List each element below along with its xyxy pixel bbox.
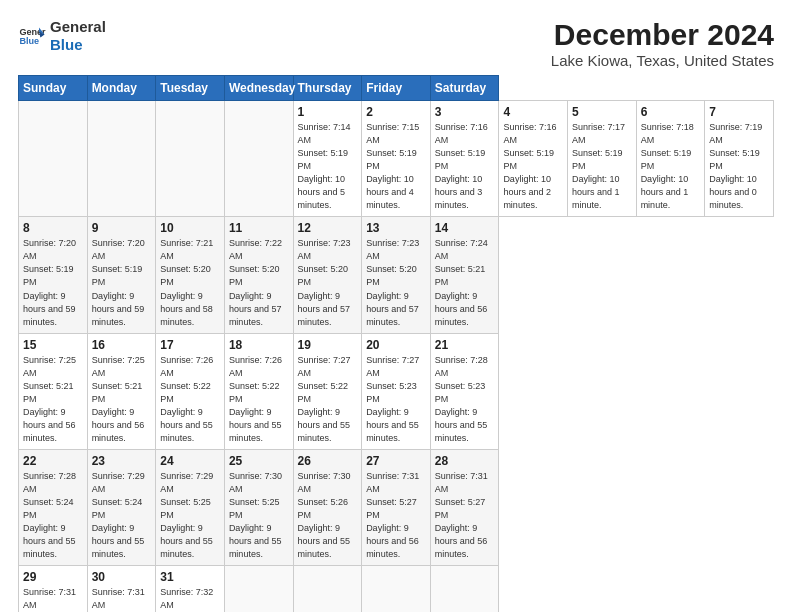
day-number: 3: [435, 105, 495, 119]
day-detail: Sunrise: 7:25 AM Sunset: 5:21 PM Dayligh…: [23, 354, 83, 445]
calendar-cell-w1-d2: 10 Sunrise: 7:21 AM Sunset: 5:20 PM Dayl…: [156, 217, 225, 333]
day-number: 18: [229, 338, 289, 352]
day-detail: Sunrise: 7:28 AM Sunset: 5:23 PM Dayligh…: [435, 354, 495, 445]
col-saturday: Saturday: [430, 76, 499, 101]
calendar-cell-w1-d6: 14 Sunrise: 7:24 AM Sunset: 5:21 PM Dayl…: [430, 217, 499, 333]
day-number: 19: [298, 338, 358, 352]
title-block: December 2024 Lake Kiowa, Texas, United …: [551, 18, 774, 69]
week-row-2: 15 Sunrise: 7:25 AM Sunset: 5:21 PM Dayl…: [19, 333, 774, 449]
header: General Blue General Blue December 2024 …: [18, 18, 774, 69]
col-tuesday: Tuesday: [156, 76, 225, 101]
calendar-header-row: Sunday Monday Tuesday Wednesday Thursday…: [19, 76, 774, 101]
calendar-cell-w2-d0: 15 Sunrise: 7:25 AM Sunset: 5:21 PM Dayl…: [19, 333, 88, 449]
day-number: 21: [435, 338, 495, 352]
day-number: 6: [641, 105, 701, 119]
logo-text-general: General: [50, 18, 106, 36]
day-number: 22: [23, 454, 83, 468]
week-row-4: 29 Sunrise: 7:31 AM Sunset: 5:28 PM Dayl…: [19, 566, 774, 612]
day-number: 4: [503, 105, 563, 119]
day-number: 16: [92, 338, 152, 352]
calendar-cell-w4-d3: [224, 566, 293, 612]
day-number: 30: [92, 570, 152, 584]
calendar-cell-w3-d6: 28 Sunrise: 7:31 AM Sunset: 5:27 PM Dayl…: [430, 449, 499, 565]
day-detail: Sunrise: 7:32 AM Sunset: 5:29 PM Dayligh…: [160, 586, 220, 612]
calendar-cell-w3-d5: 27 Sunrise: 7:31 AM Sunset: 5:27 PM Dayl…: [362, 449, 431, 565]
calendar-cell-w2-d5: 20 Sunrise: 7:27 AM Sunset: 5:23 PM Dayl…: [362, 333, 431, 449]
calendar-cell-w4-d4: [293, 566, 362, 612]
week-row-3: 22 Sunrise: 7:28 AM Sunset: 5:24 PM Dayl…: [19, 449, 774, 565]
day-detail: Sunrise: 7:26 AM Sunset: 5:22 PM Dayligh…: [229, 354, 289, 445]
day-detail: Sunrise: 7:29 AM Sunset: 5:25 PM Dayligh…: [160, 470, 220, 561]
calendar-cell-w4-d6: [430, 566, 499, 612]
calendar-cell-w0-d4: 1 Sunrise: 7:14 AM Sunset: 5:19 PM Dayli…: [293, 101, 362, 217]
day-detail: Sunrise: 7:20 AM Sunset: 5:19 PM Dayligh…: [23, 237, 83, 328]
calendar-cell-w3-d2: 24 Sunrise: 7:29 AM Sunset: 5:25 PM Dayl…: [156, 449, 225, 565]
calendar-cell-w4-d1: 30 Sunrise: 7:31 AM Sunset: 5:29 PM Dayl…: [87, 566, 156, 612]
day-number: 31: [160, 570, 220, 584]
week-row-1: 8 Sunrise: 7:20 AM Sunset: 5:19 PM Dayli…: [19, 217, 774, 333]
day-detail: Sunrise: 7:31 AM Sunset: 5:27 PM Dayligh…: [435, 470, 495, 561]
day-number: 28: [435, 454, 495, 468]
calendar-cell-w0-d3: [224, 101, 293, 217]
day-number: 8: [23, 221, 83, 235]
day-number: 25: [229, 454, 289, 468]
calendar-cell-w4-d0: 29 Sunrise: 7:31 AM Sunset: 5:28 PM Dayl…: [19, 566, 88, 612]
day-detail: Sunrise: 7:29 AM Sunset: 5:24 PM Dayligh…: [92, 470, 152, 561]
day-detail: Sunrise: 7:20 AM Sunset: 5:19 PM Dayligh…: [92, 237, 152, 328]
day-detail: Sunrise: 7:27 AM Sunset: 5:23 PM Dayligh…: [366, 354, 426, 445]
day-detail: Sunrise: 7:25 AM Sunset: 5:21 PM Dayligh…: [92, 354, 152, 445]
col-thursday: Thursday: [293, 76, 362, 101]
calendar-cell-w2-d6: 21 Sunrise: 7:28 AM Sunset: 5:23 PM Dayl…: [430, 333, 499, 449]
calendar-cell-w1-d1: 9 Sunrise: 7:20 AM Sunset: 5:19 PM Dayli…: [87, 217, 156, 333]
calendar-cell-w4-d2: 31 Sunrise: 7:32 AM Sunset: 5:29 PM Dayl…: [156, 566, 225, 612]
calendar-cell-w3-d3: 25 Sunrise: 7:30 AM Sunset: 5:25 PM Dayl…: [224, 449, 293, 565]
day-number: 26: [298, 454, 358, 468]
day-detail: Sunrise: 7:16 AM Sunset: 5:19 PM Dayligh…: [435, 121, 495, 212]
day-detail: Sunrise: 7:27 AM Sunset: 5:22 PM Dayligh…: [298, 354, 358, 445]
day-number: 23: [92, 454, 152, 468]
calendar-cell-w0-d9: 6 Sunrise: 7:18 AM Sunset: 5:19 PM Dayli…: [636, 101, 705, 217]
calendar-cell-w0-d6: 3 Sunrise: 7:16 AM Sunset: 5:19 PM Dayli…: [430, 101, 499, 217]
calendar-title: December 2024: [551, 18, 774, 52]
day-number: 1: [298, 105, 358, 119]
week-row-0: 1 Sunrise: 7:14 AM Sunset: 5:19 PM Dayli…: [19, 101, 774, 217]
calendar-cell-w1-d5: 13 Sunrise: 7:23 AM Sunset: 5:20 PM Dayl…: [362, 217, 431, 333]
calendar-cell-w3-d1: 23 Sunrise: 7:29 AM Sunset: 5:24 PM Dayl…: [87, 449, 156, 565]
day-number: 15: [23, 338, 83, 352]
day-detail: Sunrise: 7:28 AM Sunset: 5:24 PM Dayligh…: [23, 470, 83, 561]
day-number: 7: [709, 105, 769, 119]
svg-text:Blue: Blue: [19, 36, 39, 46]
calendar-cell-w0-d1: [87, 101, 156, 217]
day-detail: Sunrise: 7:30 AM Sunset: 5:25 PM Dayligh…: [229, 470, 289, 561]
day-detail: Sunrise: 7:16 AM Sunset: 5:19 PM Dayligh…: [503, 121, 563, 212]
calendar-cell-w0-d2: [156, 101, 225, 217]
calendar-cell-w2-d4: 19 Sunrise: 7:27 AM Sunset: 5:22 PM Dayl…: [293, 333, 362, 449]
calendar-subtitle: Lake Kiowa, Texas, United States: [551, 52, 774, 69]
calendar-cell-w2-d3: 18 Sunrise: 7:26 AM Sunset: 5:22 PM Dayl…: [224, 333, 293, 449]
day-detail: Sunrise: 7:31 AM Sunset: 5:29 PM Dayligh…: [92, 586, 152, 612]
calendar-cell-w3-d4: 26 Sunrise: 7:30 AM Sunset: 5:26 PM Dayl…: [293, 449, 362, 565]
day-detail: Sunrise: 7:30 AM Sunset: 5:26 PM Dayligh…: [298, 470, 358, 561]
calendar-cell-w2-d2: 17 Sunrise: 7:26 AM Sunset: 5:22 PM Dayl…: [156, 333, 225, 449]
day-number: 10: [160, 221, 220, 235]
logo-icon: General Blue: [18, 22, 46, 50]
day-detail: Sunrise: 7:31 AM Sunset: 5:28 PM Dayligh…: [23, 586, 83, 612]
day-number: 2: [366, 105, 426, 119]
day-number: 5: [572, 105, 632, 119]
day-number: 24: [160, 454, 220, 468]
day-number: 29: [23, 570, 83, 584]
logo: General Blue General Blue: [18, 18, 106, 54]
day-number: 27: [366, 454, 426, 468]
calendar-cell-w3-d0: 22 Sunrise: 7:28 AM Sunset: 5:24 PM Dayl…: [19, 449, 88, 565]
day-detail: Sunrise: 7:19 AM Sunset: 5:19 PM Dayligh…: [709, 121, 769, 212]
day-detail: Sunrise: 7:14 AM Sunset: 5:19 PM Dayligh…: [298, 121, 358, 212]
day-number: 14: [435, 221, 495, 235]
day-detail: Sunrise: 7:15 AM Sunset: 5:19 PM Dayligh…: [366, 121, 426, 212]
calendar-cell-w0-d7: 4 Sunrise: 7:16 AM Sunset: 5:19 PM Dayli…: [499, 101, 568, 217]
calendar-table: Sunday Monday Tuesday Wednesday Thursday…: [18, 75, 774, 612]
day-detail: Sunrise: 7:26 AM Sunset: 5:22 PM Dayligh…: [160, 354, 220, 445]
calendar-cell-w2-d1: 16 Sunrise: 7:25 AM Sunset: 5:21 PM Dayl…: [87, 333, 156, 449]
col-wednesday: Wednesday: [224, 76, 293, 101]
day-detail: Sunrise: 7:23 AM Sunset: 5:20 PM Dayligh…: [298, 237, 358, 328]
calendar-container: General Blue General Blue December 2024 …: [0, 0, 792, 612]
